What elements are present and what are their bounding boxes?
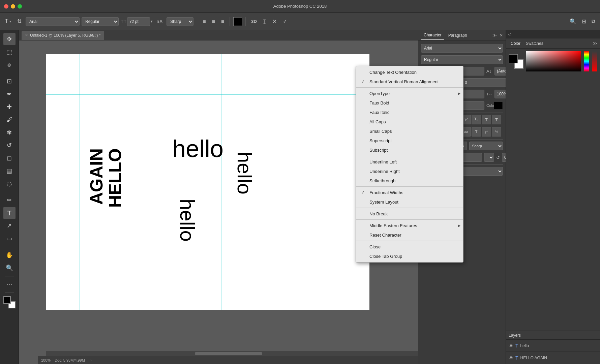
- color-hue-bar[interactable]: [584, 51, 589, 71]
- char-spin1-select[interactable]: [484, 153, 494, 162]
- char-font-style[interactable]: Regular: [421, 55, 503, 64]
- cm-faux-bold[interactable]: Faux Bold: [356, 98, 463, 108]
- aa-button[interactable]: aA: [155, 16, 164, 27]
- brush-tool[interactable]: 🖌: [3, 114, 16, 126]
- commit-button[interactable]: ✓: [281, 16, 289, 27]
- fmt-strike-btn[interactable]: T: [492, 115, 501, 124]
- tab-close-icon[interactable]: ✕: [25, 33, 28, 37]
- zoom-tool[interactable]: 🔍: [3, 262, 16, 274]
- select-tool[interactable]: ⬚: [3, 46, 16, 58]
- layer-row-1[interactable]: 👁 T hello: [506, 340, 600, 352]
- fg-color-swatch[interactable]: [509, 54, 518, 63]
- align-center-button[interactable]: ≡: [210, 16, 217, 27]
- char-sharpness-select[interactable]: Sharp: [469, 142, 503, 150]
- tab-swatches[interactable]: Swatches: [524, 39, 545, 48]
- antialiasing-select[interactable]: Sharp: [167, 17, 193, 26]
- tab-color[interactable]: Color: [509, 39, 522, 48]
- cm-close-tab-group[interactable]: Close Tab Group: [356, 251, 463, 261]
- canvas-text-hello[interactable]: hello: [172, 135, 223, 162]
- cm-fractional-widths[interactable]: ✓ Fractional Widths: [356, 188, 463, 197]
- cm-change-text-orientation[interactable]: Change Text Orientation: [356, 67, 463, 77]
- canvas-text-again[interactable]: AGAIN: [86, 148, 107, 205]
- cm-reset-character[interactable]: Reset Character: [356, 230, 463, 240]
- cancel-button[interactable]: ✕: [270, 16, 279, 27]
- cm-opentype[interactable]: OpenType ▶: [356, 89, 463, 98]
- ot-fraction-btn[interactable]: ½: [492, 127, 501, 136]
- color-gradient-box[interactable]: [526, 51, 581, 71]
- cm-subscript[interactable]: Subscript: [356, 145, 463, 155]
- workspace-button[interactable]: ⊞: [580, 16, 588, 27]
- tab-character[interactable]: Character: [421, 31, 444, 40]
- pen-tool[interactable]: ✏: [3, 194, 16, 206]
- document-tab[interactable]: ✕ Untitled-1 @ 100% (Layer 5, RGB/8#) *: [22, 31, 104, 40]
- align-right-button[interactable]: ≡: [219, 16, 226, 27]
- char-spin2-input[interactable]: [502, 153, 506, 162]
- cm-underline-left[interactable]: Underline Left: [356, 157, 463, 166]
- horizontal-scrollbar[interactable]: [46, 351, 418, 356]
- hand-tool[interactable]: ✋: [3, 249, 16, 261]
- close-button[interactable]: [4, 4, 8, 8]
- color-alpha-bar[interactable]: [592, 51, 597, 71]
- arrange-button[interactable]: ⧉: [590, 16, 597, 27]
- fg-color[interactable]: [3, 296, 11, 304]
- warp-button[interactable]: ⌶: [261, 16, 268, 27]
- ot-ordinal-btn[interactable]: 1st: [482, 127, 491, 136]
- layer-row-2[interactable]: 👁 T HELLO AGAIN: [506, 352, 600, 364]
- ot-disc-btn[interactable]: T: [472, 127, 481, 136]
- font-size-input[interactable]: [127, 17, 150, 26]
- shape-tool[interactable]: ▭: [3, 233, 16, 245]
- maximize-button[interactable]: [18, 4, 22, 8]
- history-brush-tool[interactable]: ↺: [3, 139, 16, 151]
- 3d-button[interactable]: 3D: [249, 16, 259, 27]
- text-color-swatch[interactable]: [233, 17, 242, 26]
- cm-faux-italic[interactable]: Faux Italic: [356, 108, 463, 117]
- misc-tool[interactable]: ⋯: [3, 278, 16, 291]
- gradient-tool[interactable]: ▤: [3, 165, 16, 177]
- crop-tool[interactable]: ⊡: [3, 75, 16, 87]
- cm-superscript[interactable]: Superscript: [356, 136, 463, 145]
- char-color-swatch[interactable]: [494, 102, 503, 109]
- text-tool-button[interactable]: T ▾: [3, 16, 13, 27]
- cm-middle-eastern[interactable]: Middle Eastern Features ▶: [356, 221, 463, 230]
- search-button[interactable]: 🔍: [568, 16, 578, 27]
- layer-eye-icon-2[interactable]: 👁: [509, 355, 513, 361]
- panel-close-button[interactable]: ✕: [500, 33, 503, 38]
- heal-tool[interactable]: ✚: [3, 101, 16, 113]
- layer-eye-icon-1[interactable]: 👁: [509, 343, 513, 348]
- move-tool[interactable]: ✥: [3, 33, 16, 45]
- minimize-button[interactable]: [11, 4, 15, 8]
- toggle-orientation-button[interactable]: ⇅: [15, 16, 24, 27]
- char-tracking-input[interactable]: [462, 78, 506, 87]
- eraser-tool[interactable]: ◻: [3, 152, 16, 164]
- cm-all-caps[interactable]: All Caps: [356, 117, 463, 126]
- cm-underline-right[interactable]: Underline Right: [356, 166, 463, 176]
- text-tool[interactable]: T: [3, 207, 16, 219]
- char-font-family[interactable]: Arial: [421, 44, 503, 53]
- eyedropper-tool[interactable]: ✒: [3, 88, 16, 100]
- canvas-text-hello-v[interactable]: HELLO: [105, 148, 125, 208]
- dodge-tool[interactable]: ◌: [3, 178, 16, 190]
- font-family-select[interactable]: Arial: [26, 17, 80, 26]
- clone-tool[interactable]: ✾: [3, 126, 16, 139]
- fmt-underline-btn[interactable]: T: [482, 115, 491, 124]
- panel-expand-button[interactable]: ≫: [593, 41, 597, 46]
- font-style-select[interactable]: Regular: [82, 17, 119, 26]
- char-leading-input[interactable]: [494, 67, 506, 75]
- cm-strikethrough[interactable]: Strikethrough: [356, 176, 463, 185]
- cm-system-layout[interactable]: System Layout: [356, 197, 463, 207]
- fg-bg-color-swatch[interactable]: [3, 296, 16, 308]
- char-scale-h-input[interactable]: [494, 90, 506, 98]
- collapse-icon[interactable]: ◁: [508, 32, 511, 37]
- fmt-sub-btn[interactable]: TA: [472, 115, 481, 124]
- cm-no-break[interactable]: No Break: [356, 209, 463, 218]
- tab-paragraph[interactable]: Paragraph: [446, 31, 470, 40]
- canvas-text-hello-vr[interactable]: hello: [233, 152, 256, 194]
- path-select-tool[interactable]: ↗: [3, 220, 16, 232]
- arrow-more[interactable]: ›: [90, 358, 92, 362]
- canvas-text-hello-vb[interactable]: hello: [176, 199, 199, 242]
- align-left-button[interactable]: ≡: [201, 16, 208, 27]
- cm-small-caps[interactable]: Small Caps: [356, 126, 463, 136]
- panel-more-button[interactable]: ≫: [492, 33, 497, 38]
- cm-standard-vertical[interactable]: ✓ Standard Vertical Roman Alignment: [356, 77, 463, 86]
- scroll-thumb[interactable]: [195, 352, 262, 355]
